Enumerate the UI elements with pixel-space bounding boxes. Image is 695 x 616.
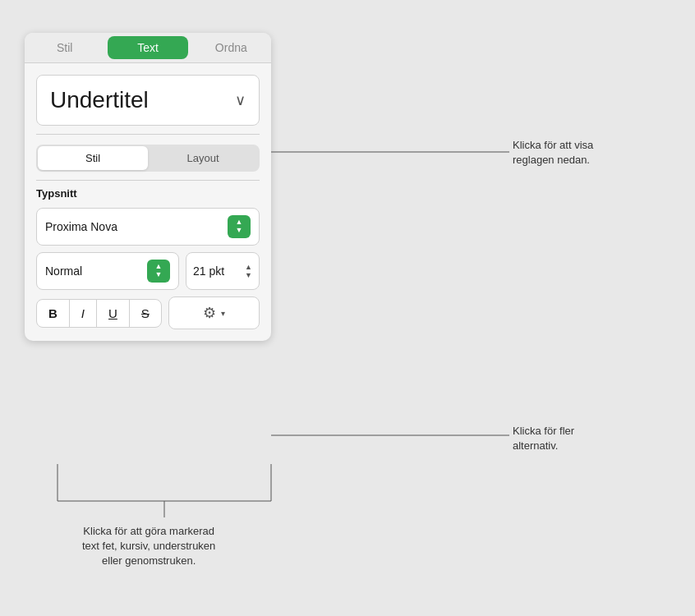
stepper-down-icon: ▼ [236,227,243,235]
tab-stil[interactable]: Stil [25,33,104,62]
more-options-button[interactable]: ⚙ ▾ [168,297,260,329]
style-stepper-down-icon: ▼ [155,271,163,279]
size-stepper[interactable]: ▲ ▼ [245,264,252,279]
style-field[interactable]: Normal ▲ ▼ [36,252,179,290]
bold-button[interactable]: B [37,300,70,327]
strikethrough-button[interactable]: S [130,300,161,327]
tab-text[interactable]: Text [108,36,187,59]
tab-bar: Stil Text Ordna [25,33,271,63]
font-name-label: Proxima Nova [45,220,117,233]
subtitle-dropdown[interactable]: Undertitel ∨ [36,75,260,126]
gear-icon: ⚙ [203,304,216,322]
style-stepper[interactable]: ▲ ▼ [147,260,170,283]
sub-tab-stil[interactable]: Stil [38,146,148,170]
annotation-mid-right: Klicka för fler alternativ. [513,424,574,453]
font-name-row[interactable]: Proxima Nova ▲ ▼ [36,208,260,246]
style-label: Normal [45,264,82,278]
divider-1 [36,134,260,135]
underline-button[interactable]: U [97,300,130,327]
size-field[interactable]: 21 pkt ▲ ▼ [186,252,260,290]
size-stepper-up-icon: ▲ [245,264,252,271]
chevron-down-icon: ∨ [235,91,246,109]
annotation-bottom: Klicka för att göra markerad text fet, k… [82,524,215,569]
font-stepper[interactable]: ▲ ▼ [228,215,251,238]
format-buttons-group: B I U S [36,299,162,328]
tab-ordna[interactable]: Ordna [191,33,271,62]
divider-2 [36,180,260,181]
size-label: 21 pkt [193,264,224,278]
sub-tab-bar: Stil Layout [36,145,260,172]
format-row: B I U S ⚙ ▾ [36,297,260,329]
sub-tab-layout[interactable]: Layout [148,146,258,170]
annotation-top-right: Klicka för att visa reglagen nedan. [513,138,593,168]
dropdown-arrow-icon: ▾ [221,309,225,318]
subtitle-label: Undertitel [50,87,149,113]
typsnitt-heading: Typsnitt [36,187,260,200]
inspector-panel: Stil Text Ordna Undertitel ∨ Stil Layout… [25,33,271,341]
size-stepper-down-icon: ▼ [245,272,252,279]
style-size-row: Normal ▲ ▼ 21 pkt ▲ ▼ [36,252,260,290]
italic-button[interactable]: I [70,300,97,327]
